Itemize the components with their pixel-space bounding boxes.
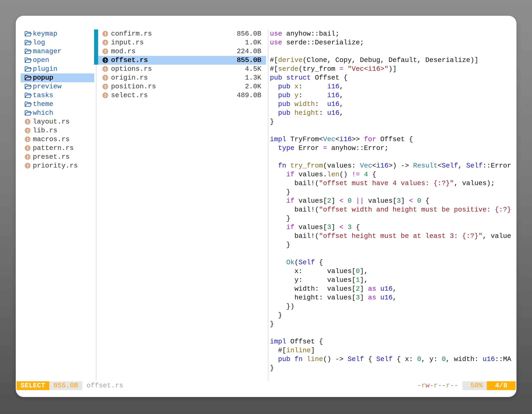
svg-text:R: R bbox=[103, 92, 108, 98]
svg-text:R: R bbox=[103, 39, 108, 46]
svg-text:R: R bbox=[103, 66, 108, 72]
svg-text:R: R bbox=[103, 31, 108, 37]
svg-text:R: R bbox=[26, 154, 30, 160]
svg-text:R: R bbox=[103, 83, 108, 90]
svg-text:R: R bbox=[26, 163, 30, 169]
svg-text:R: R bbox=[26, 119, 30, 125]
svg-text:R: R bbox=[26, 127, 30, 134]
svg-text:R: R bbox=[103, 48, 108, 54]
svg-text:R: R bbox=[103, 57, 108, 63]
svg-text:R: R bbox=[26, 136, 30, 142]
svg-text:R: R bbox=[103, 75, 108, 81]
svg-text:R: R bbox=[26, 145, 30, 151]
